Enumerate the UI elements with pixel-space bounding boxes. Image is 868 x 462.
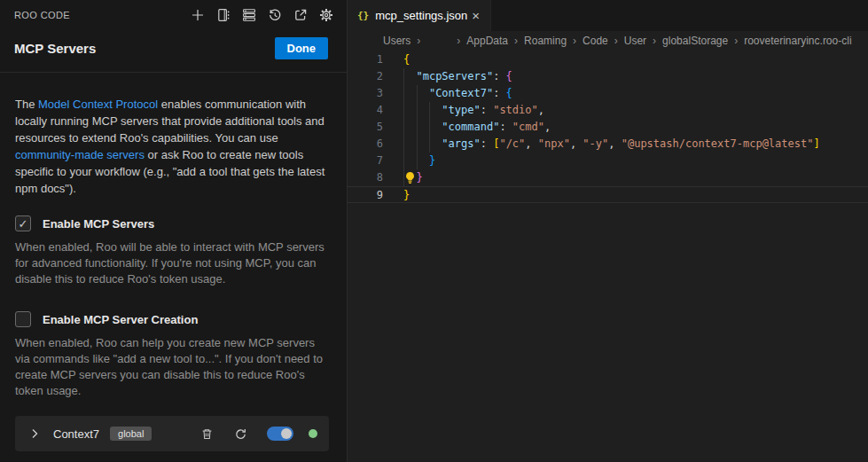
- breadcrumb-item[interactable]: Code: [583, 35, 608, 47]
- roo-code-panel: ROO CODE: [0, 0, 348, 462]
- done-button[interactable]: Done: [275, 37, 329, 59]
- enable-mcp-creation-label: Enable MCP Server Creation: [43, 313, 198, 326]
- breadcrumb-separator-icon: ›: [734, 35, 738, 47]
- code-text: }: [383, 169, 423, 186]
- code-line: 4 "type": "stdio",: [348, 102, 868, 119]
- line-number: 5: [348, 119, 383, 136]
- code-line: 2 "mcpServers": {: [348, 68, 868, 85]
- panel-title: ROO CODE: [14, 10, 70, 20]
- enable-mcp-servers-section: ✓ Enable MCP Servers When enabled, Roo w…: [15, 215, 329, 287]
- breadcrumb-item[interactable]: User: [624, 35, 646, 47]
- breadcrumb-item[interactable]: globalStorage: [662, 35, 728, 47]
- code-line: 9}: [348, 186, 868, 203]
- breadcrumb-item[interactable]: AppData: [466, 35, 508, 47]
- server-status-dot: [309, 429, 317, 438]
- panel-header: ROO CODE: [0, 0, 347, 73]
- line-number: 4: [348, 102, 383, 119]
- enable-mcp-creation-checkbox[interactable]: [15, 311, 31, 327]
- code-text: "command": "cmd",: [383, 119, 551, 136]
- breadcrumb-item[interactable]: Roaming: [524, 35, 567, 47]
- notebook-icon[interactable]: [215, 7, 231, 23]
- intro-paragraph: The Model Context Protocol enables commu…: [15, 96, 331, 197]
- line-number: 2: [348, 68, 383, 85]
- enable-mcp-creation-description: When enabled, Roo can help you create ne…: [15, 335, 327, 399]
- mcp-server-icon[interactable]: [241, 7, 257, 23]
- page-title: MCP Servers: [14, 41, 96, 56]
- code-line: 3 "Context7": {: [348, 85, 868, 102]
- code-line: 6 "args": ["/c", "npx", "-y", "@upstash/…: [348, 136, 868, 153]
- breadcrumb-separator-icon: ›: [457, 35, 460, 47]
- code-line: 1{: [348, 51, 868, 68]
- editor-tab-bar: {} mcp_settings.json ×: [348, 0, 868, 31]
- code-editor[interactable]: 1{2 "mcpServers": {3 "Context7": {4 "typ…: [348, 51, 868, 462]
- settings-gear-icon[interactable]: [318, 7, 334, 23]
- line-number: 3: [348, 85, 383, 102]
- enable-mcp-servers-label: Enable MCP Servers: [43, 217, 154, 231]
- plus-icon[interactable]: [190, 7, 206, 23]
- line-number: 6: [348, 136, 383, 153]
- enable-mcp-servers-checkbox[interactable]: ✓: [15, 215, 31, 231]
- breadcrumb-separator-icon: ›: [514, 35, 518, 47]
- server-row-context7: Context7 global: [15, 416, 329, 451]
- lightbulb-icon[interactable]: [404, 171, 416, 184]
- delete-server-icon[interactable]: [199, 426, 215, 442]
- server-enabled-toggle[interactable]: [267, 427, 293, 441]
- code-line: 5 "command": "cmd",: [348, 119, 868, 136]
- breadcrumb-separator-icon: ›: [653, 35, 656, 47]
- text-link[interactable]: Model Context Protocol: [38, 98, 158, 111]
- open-in-editor-icon[interactable]: [293, 7, 309, 23]
- json-file-icon: {}: [357, 10, 369, 21]
- text-link[interactable]: community-made servers: [15, 148, 145, 161]
- server-scope-badge: global: [110, 427, 152, 441]
- code-text: {: [383, 51, 410, 68]
- line-number: 8: [348, 169, 383, 186]
- line-number: 9: [348, 187, 383, 202]
- panel-toolbar: [190, 7, 334, 23]
- editor-pane: {} mcp_settings.json × Users››AppData›Ro…: [348, 0, 868, 462]
- line-number: 7: [348, 153, 383, 169]
- code-text: }: [383, 153, 435, 169]
- breadcrumb-separator-icon: ›: [573, 35, 576, 47]
- breadcrumb: Users››AppData›Roaming›Code›User›globalS…: [348, 31, 868, 51]
- breadcrumb-separator-icon: ›: [417, 35, 420, 47]
- close-tab-icon[interactable]: ×: [470, 9, 481, 22]
- toggle-knob: [281, 428, 292, 439]
- code-line: 7 }: [348, 153, 868, 169]
- breadcrumb-item[interactable]: rooveterinaryinc.roo-cli: [744, 35, 851, 47]
- restart-server-icon[interactable]: [232, 426, 248, 442]
- code-text: "args": ["/c", "npx", "-y", "@upstash/co…: [383, 136, 820, 153]
- breadcrumb-item[interactable]: Users: [383, 35, 411, 47]
- enable-mcp-creation-section: Enable MCP Server Creation When enabled,…: [15, 311, 329, 399]
- server-name: Context7: [53, 427, 99, 441]
- code-line: 8 }: [348, 169, 868, 186]
- chevron-right-icon[interactable]: [27, 426, 43, 442]
- history-icon[interactable]: [267, 7, 283, 23]
- code-text: }: [383, 187, 410, 202]
- enable-mcp-servers-description: When enabled, Roo will be able to intera…: [15, 239, 327, 287]
- code-text: "Context7": {: [383, 85, 512, 102]
- tab-mcp-settings-json[interactable]: {} mcp_settings.json ×: [348, 0, 491, 31]
- code-text: "mcpServers": {: [383, 68, 512, 85]
- tab-label: mcp_settings.json: [375, 9, 467, 22]
- line-number: 1: [348, 51, 383, 68]
- code-text: "type": "stdio",: [383, 102, 544, 119]
- breadcrumb-separator-icon: ›: [614, 35, 618, 47]
